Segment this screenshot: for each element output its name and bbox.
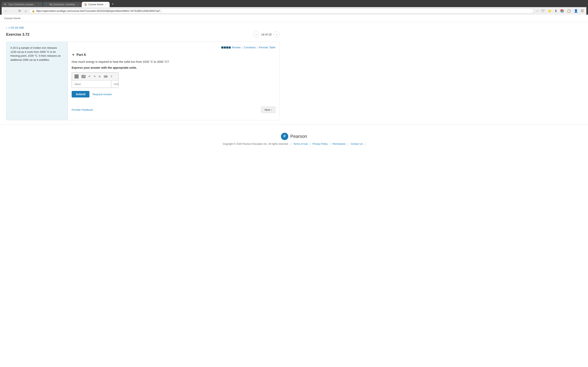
math-reset-button[interactable]: ↻	[98, 75, 102, 79]
footer-links: Copyright © 2020 Pearson Education Inc. …	[4, 142, 584, 145]
footer-sep-3: |	[330, 142, 330, 145]
pearson-circle-icon: P	[281, 133, 288, 140]
top-links: Review | Constants | Periodic Table	[72, 46, 276, 49]
permissions-link[interactable]: Permissions	[332, 142, 346, 145]
pearson-name: Pearson	[290, 134, 307, 139]
math-toolbar: μÅ ↶ ↷ ↻ ⌨ ?	[72, 73, 118, 81]
review-link[interactable]: Review	[232, 46, 241, 49]
copyright-text: Copyright © 2020 Pearson Education Inc. …	[223, 142, 289, 145]
new-tab-button[interactable]: +	[110, 1, 116, 7]
part-a-header: ▼ Part A	[72, 53, 276, 57]
provide-feedback-link[interactable]: Provide Feedback	[72, 108, 93, 111]
math-undo-button[interactable]: ↶	[87, 75, 92, 79]
pearson-letter: P	[284, 134, 286, 138]
next-button[interactable]: Next ›	[261, 107, 276, 113]
tab-course-title: Course Home	[88, 3, 103, 6]
math-redo-button[interactable]: ↷	[93, 75, 97, 79]
problem-panel: A 25.0 g sample of molten iron releases …	[6, 42, 68, 120]
tab-bartleby-title: My Questions | bartleby	[49, 3, 75, 6]
browser-chrome: ✉ Your Chemistry answer is ready × b My …	[0, 0, 588, 15]
tab-course-favicon: 🏠	[84, 3, 87, 6]
tab-bar: ✉ Your Chemistry answer is ready × b My …	[2, 1, 586, 7]
contact-link[interactable]: Contact Us	[351, 142, 363, 145]
page-wrapper: Course Home ‹ < Ch 03 HW Exercise 3.72 ‹…	[0, 15, 588, 365]
pearson-logo: P Pearson	[4, 133, 584, 140]
main-content: ‹ < Ch 03 HW Exercise 3.72 ‹ 14 of 15 › …	[0, 22, 286, 124]
value-input[interactable]	[72, 81, 111, 88]
tab-gmail-favicon: ✉	[4, 3, 7, 6]
tab-gmail-close[interactable]: ×	[38, 3, 40, 6]
instruction-text: Express your answer with the appropriate…	[72, 66, 276, 69]
account-button[interactable]: 👤	[573, 8, 579, 13]
problem-text: A 25.0 g sample of molten iron releases …	[10, 46, 63, 62]
back-button[interactable]: ←	[3, 8, 9, 13]
nav-right-icons: ··· 🛡 ⭐ ⬇ 📚 📋 👤 ☰	[535, 8, 585, 13]
periodic-table-link[interactable]: Periodic Table	[259, 46, 276, 49]
tab-gmail[interactable]: ✉ Your Chemistry answer is ready ×	[2, 2, 43, 7]
answer-panel: Review | Constants | Periodic Table ▼ Pa…	[68, 42, 279, 120]
bottom-bar: Provide Feedback Next ›	[72, 104, 276, 116]
download-button[interactable]: ⬇	[553, 8, 558, 13]
exercise-header: Exercise 3.72 ‹ 14 of 15 ›	[6, 31, 280, 38]
footer-sep-4: |	[348, 142, 348, 145]
exercise-title: Exercise 3.72	[6, 33, 29, 37]
part-a-label: Part A	[77, 53, 86, 57]
privacy-link[interactable]: Privacy Policy	[312, 142, 328, 145]
menu-button[interactable]: ☰	[580, 8, 585, 13]
home-button[interactable]: ⌂	[24, 8, 28, 13]
math-grid-button[interactable]	[73, 74, 80, 79]
submit-button[interactable]: Submit	[72, 91, 89, 98]
tab-bartleby-close[interactable]: ×	[76, 3, 79, 6]
address-url: https://openvellum.ecollege.com/course.h…	[36, 9, 531, 12]
library-button[interactable]: 📚	[559, 8, 565, 13]
tab-course-close[interactable]: ×	[104, 3, 107, 6]
back-link-text: < Ch 03 HW	[8, 26, 24, 29]
terms-link[interactable]: Terms of Use	[293, 142, 308, 145]
breadcrumb-text: Course Home	[4, 17, 20, 20]
lock-icon: 🔒	[32, 9, 35, 12]
action-buttons: Submit Request Answer	[72, 91, 276, 98]
math-input-fields	[72, 81, 118, 88]
next-page-button[interactable]: ›	[274, 31, 280, 38]
reload-button[interactable]: ↻	[17, 8, 22, 13]
footer-sep-2: |	[310, 142, 310, 145]
units-input[interactable]	[111, 81, 119, 88]
footer-sep-1: |	[291, 142, 291, 145]
synced-tabs-button[interactable]: 📋	[566, 8, 572, 13]
pagination: ‹ 14 of 15 ›	[253, 31, 280, 38]
part-a-collapse-button[interactable]: ▼	[72, 53, 75, 57]
back-chevron-icon: ‹	[6, 26, 7, 29]
math-input-box: μÅ ↶ ↷ ↻ ⌨ ?	[72, 72, 119, 88]
tab-gmail-title: Your Chemistry answer is ready	[8, 3, 36, 6]
review-icon	[221, 47, 231, 49]
footer: P Pearson Copyright © 2020 Pearson Educa…	[0, 124, 588, 150]
bookmark-button[interactable]: ⭐	[546, 8, 553, 13]
tab-bartleby-favicon: b	[45, 3, 48, 6]
more-options-button[interactable]: ···	[535, 8, 540, 13]
next-label: Next	[265, 108, 270, 111]
request-answer-link[interactable]: Request Answer	[93, 93, 112, 96]
math-help-button[interactable]: ?	[109, 75, 113, 79]
back-to-hw-link[interactable]: ‹ < Ch 03 HW	[6, 26, 24, 29]
math-keyboard-button[interactable]: ⌨	[103, 75, 109, 79]
next-chevron-icon: ›	[271, 108, 272, 111]
constants-link[interactable]: Constants	[244, 46, 256, 49]
pocket-button[interactable]: 🛡	[540, 8, 546, 13]
forward-button[interactable]: →	[10, 8, 16, 13]
tab-bartleby[interactable]: b My Questions | bartleby ×	[43, 2, 81, 7]
page-count: 14 of 15	[261, 33, 272, 36]
question-text: How much energy is required to heat the …	[72, 60, 276, 64]
address-bar[interactable]: 🔒 https://openvellum.ecollege.com/course…	[29, 8, 534, 13]
nav-bar: ← → ↻ ⌂ 🔒 https://openvellum.ecollege.co…	[2, 7, 586, 15]
content-area: A 25.0 g sample of molten iron releases …	[6, 42, 280, 120]
sep-1: |	[242, 46, 242, 49]
sep-2: |	[257, 46, 258, 49]
breadcrumb: Course Home	[0, 15, 588, 22]
math-mu-button[interactable]: μÅ	[80, 75, 86, 79]
prev-page-button[interactable]: ‹	[253, 31, 259, 38]
footer-sep-5: |	[365, 142, 365, 145]
tab-course[interactable]: 🏠 Course Home ×	[82, 2, 109, 7]
